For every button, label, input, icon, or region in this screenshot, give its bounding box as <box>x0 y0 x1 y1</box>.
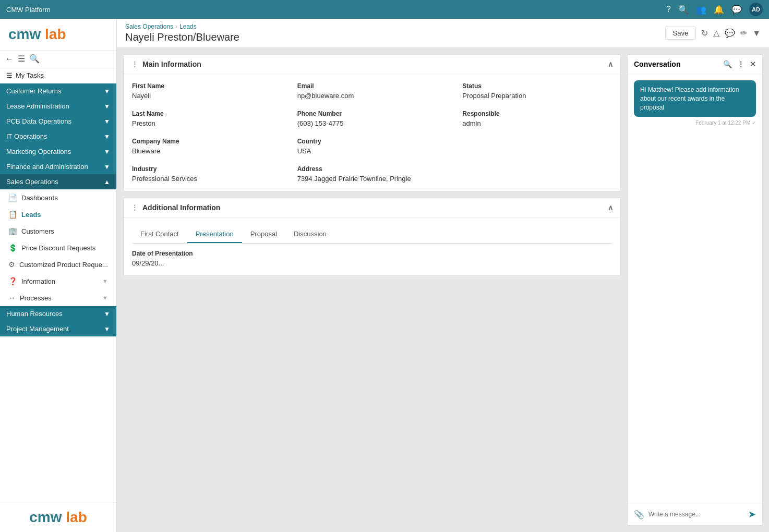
conv-close-icon[interactable]: ✕ <box>750 60 756 68</box>
sidebar-item-price-discount-label: Price Discount Requests <box>21 244 95 252</box>
refresh-icon[interactable]: ↻ <box>701 28 708 38</box>
group-sales-operations-header[interactable]: Sales Operations ▲ <box>0 174 116 189</box>
field-status-value: Proposal Preparation <box>462 92 612 100</box>
group-project-management[interactable]: Project Management ▼ <box>0 321 116 336</box>
sidebar-item-customers-label: Customers <box>21 227 54 235</box>
field-last-name-label: Last Name <box>132 110 282 117</box>
sidebar-item-price-discount[interactable]: 💲 Price Discount Requests <box>0 239 116 256</box>
conversation-footer: 📎 ➤ <box>628 503 762 525</box>
app-title: CMW Platform <box>6 6 51 14</box>
collapse-additional-info-icon[interactable]: ∧ <box>608 203 613 212</box>
users-icon[interactable]: 👥 <box>696 5 706 15</box>
additional-information-panel: ⋮ Additional Information ∧ First Contact… <box>123 198 621 276</box>
user-avatar[interactable]: AD <box>749 3 763 16</box>
panel-header-left: ⋮ Main Information <box>131 60 201 68</box>
field-last-name: Last Name Preston <box>132 110 282 127</box>
search-icon[interactable]: 🔍 <box>678 5 689 15</box>
field-company-name-label: Company Name <box>132 138 282 145</box>
sidebar-item-processes[interactable]: ↔ Processes ▼ <box>0 289 116 306</box>
group-project-management-label: Project Management <box>6 325 69 333</box>
collapse-sidebar-icon[interactable]: ← <box>5 54 14 64</box>
sidebar-bottom-logo: cmw lab <box>0 502 116 532</box>
attachment-icon[interactable]: 📎 <box>634 510 644 519</box>
sidebar-item-leads-label: Leads <box>21 211 41 219</box>
sidebar-menu: ☰ My Tasks Customer Returns ▼ Lease Admi… <box>0 67 116 502</box>
tab-discussion[interactable]: Discussion <box>285 226 335 243</box>
conversation-header: Conversation 🔍 ⋮ ✕ <box>628 55 762 74</box>
sidebar-item-customers[interactable]: 🏢 Customers <box>0 223 116 239</box>
list-view-icon[interactable]: ☰ <box>18 54 25 64</box>
dropdown-icon[interactable]: ▼ <box>752 29 761 38</box>
main-information-body: First Name Nayeli Email np@blueware.com … <box>124 74 620 191</box>
drag-handle-icon[interactable]: ⋮ <box>131 60 138 68</box>
conversation-panel: Conversation 🔍 ⋮ ✕ Hi Matthew! Please ad… <box>627 54 763 526</box>
sidebar-top-actions: ← ☰ 🔍 <box>0 51 116 67</box>
presentation-content: Date of Presentation 09/29/20... <box>132 250 612 267</box>
sidebar-item-information[interactable]: ❓ Information ▼ <box>0 273 116 289</box>
help-icon[interactable]: ? <box>666 5 671 14</box>
group-pcb-data-operations[interactable]: PCB Data Operations ▼ <box>0 114 116 129</box>
page-title: Nayeli Preston/Blueware <box>125 31 239 43</box>
group-marketing-operations[interactable]: Marketing Operations ▼ <box>0 144 116 159</box>
chat-icon[interactable]: 💬 <box>731 5 742 15</box>
tab-first-contact[interactable]: First Contact <box>132 226 187 243</box>
group-pcb-data-operations-label: PCB Data Operations <box>6 117 71 125</box>
edit-icon[interactable]: ✏ <box>740 28 747 38</box>
tab-presentation[interactable]: Presentation <box>187 226 242 243</box>
drag-handle-additional-icon[interactable]: ⋮ <box>131 203 138 212</box>
bottom-logo-cmw: cmw <box>29 509 66 525</box>
group-pcb-data-operations-header[interactable]: PCB Data Operations ▼ <box>0 114 116 129</box>
conv-search-icon[interactable]: 🔍 <box>723 60 732 68</box>
logo-cmw: cmw <box>8 26 45 42</box>
processes-chevron: ▼ <box>102 295 108 301</box>
bell-icon[interactable]: 🔔 <box>714 5 724 15</box>
field-responsible: Responsible admin <box>462 110 612 127</box>
group-human-resources-header[interactable]: Human Resources ▼ <box>0 306 116 321</box>
group-marketing-operations-header[interactable]: Marketing Operations ▼ <box>0 144 116 159</box>
message-input[interactable] <box>648 511 744 518</box>
main-content: ⋮ Main Information ∧ First Name Nayeli <box>117 48 769 532</box>
collapse-main-info-icon[interactable]: ∧ <box>608 60 613 68</box>
group-lease-administration-header[interactable]: Lease Administration ▼ <box>0 99 116 114</box>
field-industry-label: Industry <box>132 165 282 173</box>
sidebar-logo: cmw lab <box>0 19 116 51</box>
sidebar-item-dashboards[interactable]: 📄 Dashboards <box>0 189 116 206</box>
sidebar-search-icon[interactable]: 🔍 <box>29 54 40 64</box>
send-button[interactable]: ➤ <box>748 509 756 520</box>
field-country: Country USA <box>297 138 447 155</box>
save-button[interactable]: Save <box>665 27 696 40</box>
group-customer-returns-header[interactable]: Customer Returns ▼ <box>0 83 116 99</box>
breadcrumb-parent[interactable]: Sales Operations <box>125 23 173 30</box>
breadcrumb-child[interactable]: Leads <box>179 23 197 30</box>
conv-more-icon[interactable]: ⋮ <box>737 60 744 68</box>
additional-information-body: First Contact Presentation Proposal Disc… <box>124 217 620 275</box>
read-checkmark-icon: ✓ <box>752 120 756 126</box>
tab-proposal[interactable]: Proposal <box>242 226 285 243</box>
sidebar-item-leads[interactable]: 📋 Leads <box>0 206 116 223</box>
group-customer-returns[interactable]: Customer Returns ▼ <box>0 83 116 99</box>
group-it-operations[interactable]: IT Operations ▼ <box>0 129 116 144</box>
group-project-management-header[interactable]: Project Management ▼ <box>0 321 116 336</box>
my-tasks-item[interactable]: ☰ My Tasks <box>0 67 116 83</box>
main-information-title: Main Information <box>142 60 201 68</box>
group-human-resources-label: Human Resources <box>6 310 63 318</box>
chevron-down-icon: ▼ <box>104 325 110 333</box>
message-text: Hi Matthew! Please add information about… <box>640 86 739 111</box>
field-address-value: 7394 Jagged Prairie Townline, Pringle <box>297 175 447 183</box>
field-email-value: np@blueware.com <box>297 92 447 100</box>
group-lease-administration[interactable]: Lease Administration ▼ <box>0 99 116 114</box>
breadcrumb: Sales Operations › Leads <box>125 23 239 30</box>
group-sales-operations[interactable]: Sales Operations ▲ 📄 Dashboards 📋 Leads … <box>0 174 116 306</box>
bottom-logo-lab: lab <box>66 509 87 525</box>
field-industry-value: Professional Services <box>132 175 282 183</box>
field-status-label: Status <box>462 82 612 90</box>
group-finance-administration-header[interactable]: Finance and Administration ▼ <box>0 159 116 174</box>
sidebar-item-customized-product[interactable]: ⚙ Customized Product Reque... <box>0 256 116 273</box>
warning-icon[interactable]: △ <box>713 28 719 38</box>
comment-icon[interactable]: 💬 <box>725 28 735 38</box>
group-human-resources[interactable]: Human Resources ▼ <box>0 306 116 321</box>
header-left: Sales Operations › Leads Nayeli Preston/… <box>125 23 239 43</box>
group-it-operations-header[interactable]: IT Operations ▼ <box>0 129 116 144</box>
group-finance-administration[interactable]: Finance and Administration ▼ <box>0 159 116 174</box>
field-phone-number-value: (603) 153-4775 <box>297 119 447 127</box>
